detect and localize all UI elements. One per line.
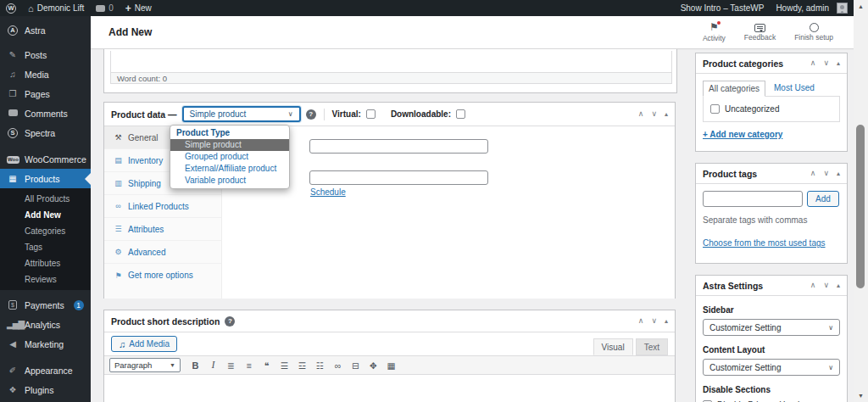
align-right-button[interactable]: ☷	[312, 358, 328, 372]
all-categories-tab[interactable]: All categories	[703, 81, 765, 97]
sidebar-item-plugins[interactable]: ❖ Plugins	[0, 380, 91, 399]
activity-button[interactable]: ⚑ Activity	[703, 22, 726, 42]
circle-icon	[810, 23, 819, 32]
sidebar-item-products[interactable]: ▦ Products	[0, 169, 91, 188]
plus-icon: +	[125, 3, 131, 14]
short-description-help-icon[interactable]: ?	[225, 316, 235, 327]
add-tag-button[interactable]: Add	[807, 191, 839, 207]
more-tag-button[interactable]: ⊟	[348, 358, 364, 372]
description-editor-panel: Word count: 0	[103, 49, 677, 93]
virtual-checkbox[interactable]	[366, 109, 376, 119]
option-simple-product[interactable]: Simple product	[170, 139, 289, 151]
content-layout-select[interactable]: Customizer Setting ∨	[703, 359, 840, 376]
scroll-up-arrow[interactable]: ▲	[854, 0, 868, 13]
sidebar-item-appearance[interactable]: ✐ Appearance	[0, 360, 91, 380]
collapse-toggle[interactable]: ▴	[665, 111, 668, 118]
sidebar-item-spectra[interactable]: S Spectra	[0, 123, 91, 142]
option-variable-product[interactable]: Variable product	[170, 175, 289, 187]
short-description-editor-area[interactable]	[104, 375, 675, 402]
submenu-item-all-products[interactable]: All Products	[0, 191, 91, 207]
submenu-item-attributes[interactable]: Attributes	[0, 255, 91, 271]
tab-get-more-options[interactable]: ⚑ Get more options	[104, 264, 221, 287]
sidebar-item-woocommerce[interactable]: Woo WooCommerce	[0, 149, 91, 169]
product-type-help-icon[interactable]: ?	[306, 109, 316, 120]
finish-setup-button[interactable]: Finish setup	[794, 22, 833, 42]
visual-tab[interactable]: Visual	[593, 338, 633, 355]
add-new-category-link[interactable]: + Add new category	[703, 130, 782, 139]
move-down-button[interactable]: ∨	[651, 317, 657, 325]
sidebar-item-analytics[interactable]: ▂▅▇ Analytics	[0, 315, 91, 334]
media-icon: ♫	[7, 70, 19, 79]
regular-price-input[interactable]	[309, 139, 488, 154]
option-external-affiliate-product[interactable]: External/Affiliate product	[170, 163, 289, 175]
collapse-toggle[interactable]: ▴	[665, 318, 668, 325]
add-media-button[interactable]: ♫ Add Media	[111, 336, 177, 352]
sidebar-item-posts[interactable]: ✎ Posts	[0, 45, 91, 64]
collapse-toggle[interactable]: ▴	[837, 282, 840, 289]
site-name-link[interactable]: ⌂ Demonic Lift	[22, 0, 90, 16]
sidebar-item-label: Appearance	[25, 366, 73, 376]
insert-link-button[interactable]: ∞	[330, 358, 346, 372]
schedule-link[interactable]: Schedule	[310, 187, 346, 197]
collapse-toggle[interactable]: ▴	[837, 60, 840, 67]
submenu-item-tags[interactable]: Tags	[0, 239, 91, 255]
choose-most-used-tags-link[interactable]: Choose from the most used tags	[703, 238, 826, 248]
move-up-button[interactable]: ∧	[810, 59, 816, 67]
uncategorized-checkbox[interactable]	[710, 104, 720, 114]
show-intro-link[interactable]: Show Intro – TasteWP	[675, 3, 771, 13]
align-left-button[interactable]: ☰	[276, 358, 292, 372]
sidebar-item-payments[interactable]: $ Payments 1	[0, 295, 91, 315]
product-type-select[interactable]: Simple product ∨	[182, 106, 301, 122]
move-down-button[interactable]: ∨	[651, 110, 657, 118]
page-scrollbar[interactable]: ▲ ▼	[854, 0, 868, 402]
move-down-button[interactable]: ∨	[823, 282, 829, 289]
bold-button[interactable]: B	[187, 358, 203, 372]
submenu-item-add-new[interactable]: Add New	[0, 207, 91, 223]
move-up-button[interactable]: ∧	[810, 170, 816, 177]
sidebar-item-marketing[interactable]: ◀ Marketing	[0, 334, 91, 354]
virtual-label: Virtual:	[332, 109, 361, 119]
sidebar-item-astra[interactable]: A Astra	[0, 20, 91, 40]
scroll-down-arrow[interactable]: ▼	[854, 389, 868, 402]
howdy-admin-menu[interactable]: Howdy, admin	[770, 3, 854, 14]
wp-logo-menu[interactable]: W	[0, 0, 22, 16]
downloadable-checkbox[interactable]	[456, 109, 465, 119]
feedback-button[interactable]: Feedback	[744, 22, 776, 42]
blockquote-button[interactable]: ❝	[259, 358, 275, 372]
submenu-item-reviews[interactable]: Reviews	[0, 271, 91, 288]
bulleted-list-button[interactable]: ≣	[223, 358, 239, 372]
numbered-list-button[interactable]: ≡	[241, 358, 257, 372]
align-center-button[interactable]: ☲	[294, 358, 310, 372]
tab-attributes[interactable]: ☰ Attributes	[104, 218, 221, 241]
comments-shortcut[interactable]: 0	[90, 0, 120, 16]
sidebar-item-comments[interactable]: Comments	[0, 103, 91, 123]
new-label: New	[135, 3, 152, 13]
sale-price-input[interactable]	[309, 170, 488, 185]
brush-icon: ✐	[7, 366, 19, 375]
sidebar-item-media[interactable]: ♫ Media	[0, 64, 91, 84]
tab-advanced[interactable]: ⚙ Advanced	[104, 241, 221, 264]
most-used-tab[interactable]: Most Used	[774, 83, 815, 96]
tab-linked-products[interactable]: ∞ Linked Products	[104, 195, 221, 218]
move-up-button[interactable]: ∧	[638, 317, 644, 325]
new-content-menu[interactable]: + New	[120, 0, 158, 16]
description-editor-area[interactable]: Word count: 0	[110, 51, 672, 84]
text-tab[interactable]: Text	[636, 338, 668, 355]
new-tag-input[interactable]	[703, 191, 803, 207]
option-grouped-product[interactable]: Grouped product	[170, 151, 289, 163]
comments-count: 0	[108, 3, 114, 13]
submenu-item-categories[interactable]: Categories	[0, 223, 91, 239]
paragraph-format-select[interactable]: Paragraph ▼	[109, 358, 181, 372]
italic-button[interactable]: I	[205, 358, 221, 372]
collapse-toggle[interactable]: ▴	[837, 170, 840, 177]
sidebar-item-pages[interactable]: ❐ Pages	[0, 84, 91, 103]
move-up-button[interactable]: ∧	[810, 282, 816, 289]
fullscreen-button[interactable]: ✥	[365, 358, 381, 372]
move-up-button[interactable]: ∧	[638, 110, 644, 118]
sidebar-setting-select[interactable]: Customizer Setting ∨	[703, 319, 840, 336]
toolbar-toggle-button[interactable]: ▦	[383, 358, 399, 372]
downloadable-label: Downloadable:	[391, 109, 451, 119]
scrollbar-thumb[interactable]	[856, 125, 865, 288]
move-down-button[interactable]: ∨	[823, 59, 829, 67]
move-down-button[interactable]: ∨	[823, 170, 829, 177]
